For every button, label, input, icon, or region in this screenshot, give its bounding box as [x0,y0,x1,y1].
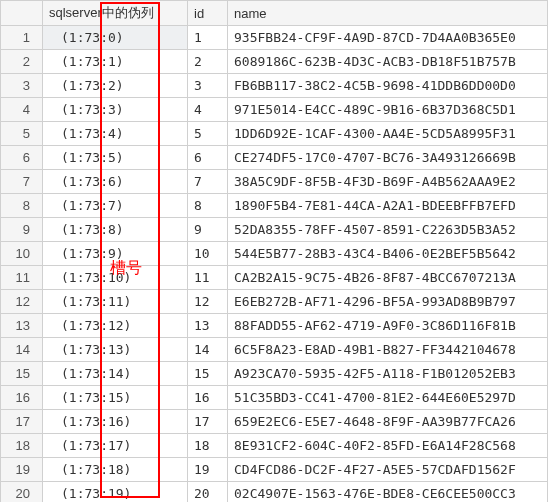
cell-id[interactable]: 20 [188,482,228,503]
cell-pseudo[interactable]: (1:73:5) [43,146,188,170]
cell-pseudo[interactable]: (1:73:6) [43,170,188,194]
cell-name[interactable]: 935FBB24-CF9F-4A9D-87CD-7D4AA0B365E0 [228,26,548,50]
table-row[interactable]: 2(1:73:1)26089186C-623B-4D3C-ACB3-DB18F5… [1,50,548,74]
table-row[interactable]: 11(1:73:10)11CA2B2A15-9C75-4B26-8F87-4BC… [1,266,548,290]
cell-id[interactable]: 12 [188,290,228,314]
table-row[interactable]: 8(1:73:7)81890F5B4-7E81-44CA-A2A1-BDEEBF… [1,194,548,218]
row-number[interactable]: 19 [1,458,43,482]
table-row[interactable]: 10(1:73:9)10544E5B77-28B3-43C4-B406-0E2B… [1,242,548,266]
cell-name[interactable]: A923CA70-5935-42F5-A118-F1B012052EB3 [228,362,548,386]
row-number[interactable]: 9 [1,218,43,242]
cell-pseudo[interactable]: (1:73:13) [43,338,188,362]
table-row[interactable]: 4(1:73:3)4971E5014-E4CC-489C-9B16-6B37D3… [1,98,548,122]
cell-pseudo[interactable]: (1:73:16) [43,410,188,434]
cell-pseudo[interactable]: (1:73:12) [43,314,188,338]
cell-pseudo[interactable]: (1:73:0) [43,26,188,50]
cell-pseudo[interactable]: (1:73:17) [43,434,188,458]
cell-name[interactable]: CD4FCD86-DC2F-4F27-A5E5-57CDAFD1562F [228,458,548,482]
cell-name[interactable]: CA2B2A15-9C75-4B26-8F87-4BCC6707213A [228,266,548,290]
cell-id[interactable]: 14 [188,338,228,362]
row-number[interactable]: 18 [1,434,43,458]
cell-name[interactable]: 51C35BD3-CC41-4700-81E2-644E60E5297D [228,386,548,410]
row-number[interactable]: 2 [1,50,43,74]
cell-pseudo[interactable]: (1:73:10) [43,266,188,290]
cell-pseudo[interactable]: (1:73:1) [43,50,188,74]
cell-pseudo[interactable]: (1:73:9) [43,242,188,266]
row-number[interactable]: 13 [1,314,43,338]
row-number[interactable]: 5 [1,122,43,146]
row-number[interactable]: 1 [1,26,43,50]
table-row[interactable]: 20(1:73:19)2002C4907E-1563-476E-BDE8-CE6… [1,482,548,503]
cell-id[interactable]: 11 [188,266,228,290]
row-number[interactable]: 16 [1,386,43,410]
cell-pseudo[interactable]: (1:73:14) [43,362,188,386]
cell-id[interactable]: 13 [188,314,228,338]
header-id[interactable]: id [188,1,228,26]
table-row[interactable]: 1(1:73:0)1935FBB24-CF9F-4A9D-87CD-7D4AA0… [1,26,548,50]
header-pseudo[interactable]: sqlserver中的伪列 [43,1,188,26]
cell-name[interactable]: 38A5C9DF-8F5B-4F3D-B69F-A4B562AAA9E2 [228,170,548,194]
cell-name[interactable]: 8E931CF2-604C-40F2-85FD-E6A14F28C568 [228,434,548,458]
table-row[interactable]: 6(1:73:5)6CE274DF5-17C0-4707-BC76-3A4931… [1,146,548,170]
cell-id[interactable]: 18 [188,434,228,458]
cell-pseudo[interactable]: (1:73:15) [43,386,188,410]
cell-name[interactable]: 971E5014-E4CC-489C-9B16-6B37D368C5D1 [228,98,548,122]
row-number[interactable]: 15 [1,362,43,386]
cell-id[interactable]: 8 [188,194,228,218]
row-number[interactable]: 20 [1,482,43,503]
data-grid[interactable]: sqlserver中的伪列 id name 1(1:73:0)1935FBB24… [0,0,548,502]
table-row[interactable]: 3(1:73:2)3FB6BB117-38C2-4C5B-9698-41DDB6… [1,74,548,98]
cell-pseudo[interactable]: (1:73:7) [43,194,188,218]
cell-pseudo[interactable]: (1:73:8) [43,218,188,242]
table-row[interactable]: 19(1:73:18)19CD4FCD86-DC2F-4F27-A5E5-57C… [1,458,548,482]
cell-pseudo[interactable]: (1:73:3) [43,98,188,122]
cell-name[interactable]: FB6BB117-38C2-4C5B-9698-41DDB6DD00D0 [228,74,548,98]
header-rownum[interactable] [1,1,43,26]
cell-name[interactable]: 02C4907E-1563-476E-BDE8-CE6CEE500CC3 [228,482,548,503]
cell-pseudo[interactable]: (1:73:2) [43,74,188,98]
row-number[interactable]: 4 [1,98,43,122]
cell-name[interactable]: 6089186C-623B-4D3C-ACB3-DB18F51B757B [228,50,548,74]
cell-pseudo[interactable]: (1:73:11) [43,290,188,314]
row-number[interactable]: 3 [1,74,43,98]
cell-id[interactable]: 4 [188,98,228,122]
cell-id[interactable]: 3 [188,74,228,98]
cell-id[interactable]: 15 [188,362,228,386]
table-row[interactable]: 5(1:73:4)51DD6D92E-1CAF-4300-AA4E-5CD5A8… [1,122,548,146]
cell-name[interactable]: 1DD6D92E-1CAF-4300-AA4E-5CD5A8995F31 [228,122,548,146]
cell-name[interactable]: 1890F5B4-7E81-44CA-A2A1-BDEEBFFB7EFD [228,194,548,218]
cell-name[interactable]: 544E5B77-28B3-43C4-B406-0E2BEF5B5642 [228,242,548,266]
table-row[interactable]: 16(1:73:15)1651C35BD3-CC41-4700-81E2-644… [1,386,548,410]
cell-name[interactable]: 659E2EC6-E5E7-4648-8F9F-AA39B77FCA26 [228,410,548,434]
row-number[interactable]: 11 [1,266,43,290]
table-row[interactable]: 12(1:73:11)12E6EB272B-AF71-4296-BF5A-993… [1,290,548,314]
cell-id[interactable]: 9 [188,218,228,242]
cell-id[interactable]: 1 [188,26,228,50]
row-number[interactable]: 6 [1,146,43,170]
row-number[interactable]: 17 [1,410,43,434]
table-row[interactable]: 15(1:73:14)15A923CA70-5935-42F5-A118-F1B… [1,362,548,386]
cell-pseudo[interactable]: (1:73:18) [43,458,188,482]
cell-name[interactable]: 52DA8355-78FF-4507-8591-C2263D5B3A52 [228,218,548,242]
cell-id[interactable]: 10 [188,242,228,266]
cell-id[interactable]: 17 [188,410,228,434]
row-number[interactable]: 10 [1,242,43,266]
cell-id[interactable]: 19 [188,458,228,482]
cell-name[interactable]: 88FADD55-AF62-4719-A9F0-3C86D116F81B [228,314,548,338]
row-number[interactable]: 8 [1,194,43,218]
row-number[interactable]: 7 [1,170,43,194]
row-number[interactable]: 14 [1,338,43,362]
table-row[interactable]: 7(1:73:6)738A5C9DF-8F5B-4F3D-B69F-A4B562… [1,170,548,194]
table-row[interactable]: 14(1:73:13)146C5F8A23-E8AD-49B1-B827-FF3… [1,338,548,362]
cell-id[interactable]: 2 [188,50,228,74]
cell-id[interactable]: 16 [188,386,228,410]
cell-pseudo[interactable]: (1:73:4) [43,122,188,146]
table-row[interactable]: 13(1:73:12)1388FADD55-AF62-4719-A9F0-3C8… [1,314,548,338]
cell-pseudo[interactable]: (1:73:19) [43,482,188,503]
cell-id[interactable]: 6 [188,146,228,170]
row-number[interactable]: 12 [1,290,43,314]
cell-id[interactable]: 7 [188,170,228,194]
cell-name[interactable]: E6EB272B-AF71-4296-BF5A-993AD8B9B797 [228,290,548,314]
cell-name[interactable]: CE274DF5-17C0-4707-BC76-3A493126669B [228,146,548,170]
table-row[interactable]: 9(1:73:8)952DA8355-78FF-4507-8591-C2263D… [1,218,548,242]
